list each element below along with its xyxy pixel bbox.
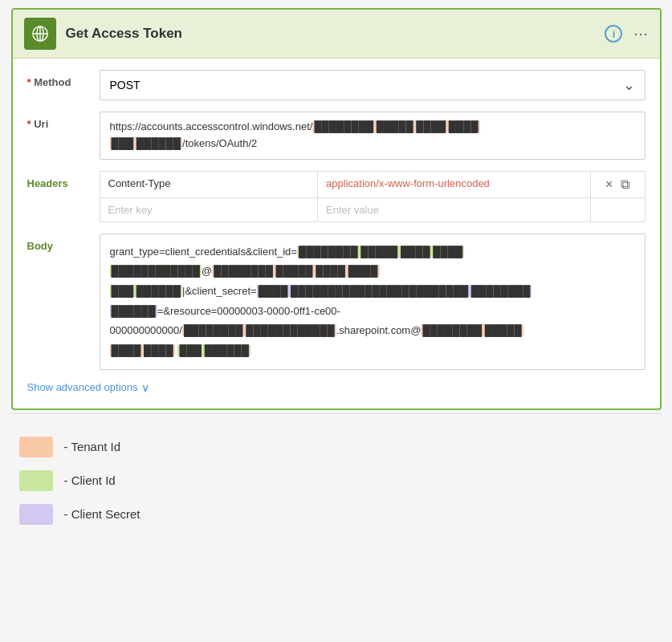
headers-value-1: application/x-www-form-urlencoded (318, 171, 591, 197)
uri-label-text: Uri (34, 118, 48, 130)
legend-text-secret: - Client Secret (64, 507, 141, 521)
legend-item-secret: - Client Secret (19, 504, 662, 525)
uri-tenant-1: ████████ █████ ████ ████ (312, 120, 479, 132)
method-select-box[interactable]: POST ⌄ (100, 70, 646, 100)
uri-required-star: * (27, 118, 31, 130)
method-chevron-icon: ⌄ (623, 76, 635, 94)
advanced-chevron-icon: ∨ (141, 381, 149, 394)
get-access-token-card: Get Access Token i ··· * Method POST ⌄ * (11, 8, 662, 410)
body-tenant-3: ████████ █████ (421, 324, 523, 336)
legend-item-client: - Client Id (19, 470, 662, 491)
uri-label: * Uri (27, 112, 100, 130)
headers-key-2-placeholder[interactable]: Enter key (100, 197, 318, 221)
method-label-text: Method (34, 76, 71, 88)
body-tenant-4: ████ ████ (110, 344, 175, 356)
uri-tenant-2: ███ ██████ (110, 137, 183, 149)
headers-label: Headers (27, 171, 100, 189)
advanced-options-label: Show advanced options (27, 381, 138, 393)
uri-box[interactable]: https://accounts.accesscontrol.windows.n… (100, 112, 646, 160)
body-label-text: Body (27, 240, 54, 252)
method-field-row: * Method POST ⌄ (27, 70, 646, 100)
method-label: * Method (27, 70, 100, 88)
more-button[interactable]: ··· (633, 26, 648, 43)
body-client-id-1: ████████ █████ ████ ████ (297, 246, 464, 258)
body-label: Body (27, 234, 100, 252)
body-tenant-1: ████████ █████ ████ ████ (212, 265, 379, 277)
legend: - Tenant Id - Client Id - Client Secret (11, 437, 662, 538)
headers-actions-1: × ⧉ (590, 171, 645, 197)
body-resource: =&resource=00000003-0000-0ff1-ce00- (157, 305, 340, 317)
legend-text-client: - Client Id (64, 473, 116, 487)
legend-item-tenant: - Tenant Id (19, 437, 662, 457)
headers-content: Content-Type application/x-www-form-urle… (100, 171, 646, 222)
body-line1-prefix: grant_type=client_credentials&client_id= (110, 246, 297, 258)
uri-content: https://accounts.accesscontrol.windows.n… (100, 112, 646, 160)
card-header: Get Access Token i ··· (13, 10, 660, 59)
headers-key-1: Content-Type (100, 171, 318, 197)
body-client-id-4: ███ ██████ (177, 344, 250, 356)
headers-table: Content-Type application/x-www-form-urle… (100, 171, 646, 222)
headers-row-1: Content-Type application/x-www-form-urle… (100, 171, 645, 197)
body-client-id-2: ████████████ (110, 265, 202, 277)
body-at: @ (202, 265, 212, 277)
body-field-row: Body grant_type=client_credentials&clien… (27, 234, 646, 370)
body-box[interactable]: grant_type=client_credentials&client_id=… (100, 234, 646, 370)
info-button[interactable]: i (605, 25, 622, 43)
body-client-id-3: ███ ██████ (110, 285, 183, 297)
headers-row-2: Enter key Enter value (100, 197, 645, 221)
headers-field-row: Headers Content-Type application/x-www-f… (27, 171, 646, 222)
divider (11, 413, 662, 414)
header-actions: i ··· (605, 25, 648, 43)
headers-actions-2 (590, 197, 645, 221)
legend-color-client (19, 470, 53, 491)
headers-delete-button[interactable]: × (605, 177, 613, 192)
body-client-secret-1: ████ ████████████████████████ ████████ (257, 285, 532, 297)
headers-value-1-text: application/x-www-form-urlencoded (326, 177, 490, 189)
method-dropdown[interactable]: POST ⌄ (100, 70, 646, 100)
body-content: grant_type=client_credentials&client_id=… (100, 234, 646, 370)
legend-color-secret (19, 504, 53, 525)
body-client-secret-2: ██████ (110, 305, 157, 317)
uri-suffix: /tokens/OAuth/2 (182, 137, 257, 149)
card-title: Get Access Token (66, 26, 596, 42)
body-secret-prefix: |&client_secret= (182, 285, 257, 297)
uri-field-row: * Uri https://accounts.accesscontrol.win… (27, 112, 646, 160)
legend-color-tenant (19, 437, 53, 457)
legend-text-tenant: - Tenant Id (64, 440, 121, 453)
card-header-icon (24, 18, 56, 50)
advanced-options-toggle[interactable]: Show advanced options ∨ (27, 381, 646, 394)
globe-icon (31, 25, 49, 43)
headers-value-2-placeholder[interactable]: Enter value (318, 197, 591, 221)
headers-label-text: Headers (27, 177, 68, 189)
body-sharepoint: .sharepoint.com@ (336, 324, 422, 336)
method-value: POST (110, 79, 141, 91)
headers-copy-button[interactable]: ⧉ (621, 177, 629, 192)
card-body: * Method POST ⌄ * Uri https://accounts.a… (13, 59, 660, 408)
method-required-star: * (27, 76, 31, 88)
body-tenant-2: ████████ ████████████ (182, 324, 336, 336)
body-resource-2: 000000000000/ (110, 324, 182, 336)
uri-prefix: https://accounts.accesscontrol.windows.n… (110, 120, 313, 132)
